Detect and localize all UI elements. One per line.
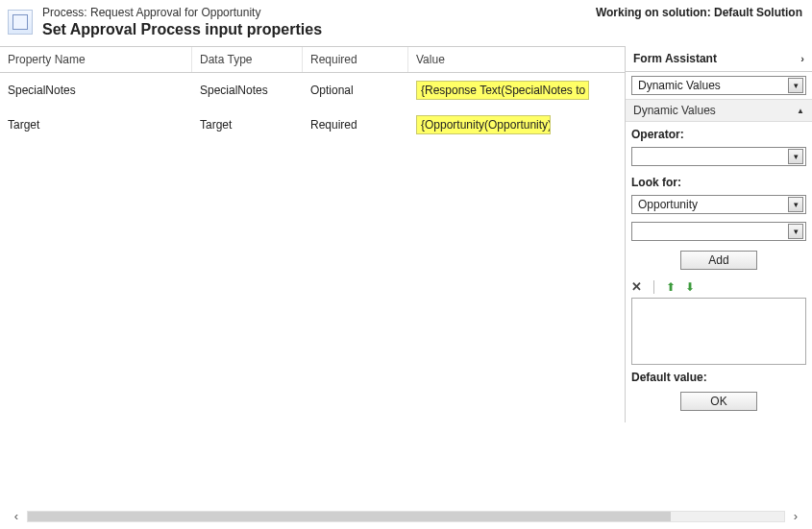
look-for-entity-select[interactable]: Opportunity ▾ xyxy=(631,195,806,214)
add-button[interactable]: Add xyxy=(680,251,757,270)
chevron-down-icon: ▾ xyxy=(788,78,803,93)
form-assistant-title: Form Assistant xyxy=(633,52,717,65)
divider xyxy=(653,280,654,294)
horizontal-scrollbar[interactable]: ‹ › xyxy=(8,509,804,523)
working-on-prefix: Working on solution: xyxy=(596,6,714,19)
process-icon xyxy=(8,10,33,35)
section-title: Dynamic Values xyxy=(633,104,716,117)
select-value: Opportunity xyxy=(638,198,698,211)
row-required: Optional xyxy=(303,80,408,101)
solution-name: Default Solution xyxy=(714,6,802,19)
scroll-track[interactable] xyxy=(27,511,785,522)
form-assistant-header[interactable]: Form Assistant › xyxy=(626,46,812,72)
chevron-down-icon: ▾ xyxy=(788,197,803,212)
value-input[interactable]: {Response Text(SpecialNotes to Manager)} xyxy=(416,81,589,100)
row-value-cell[interactable]: {Response Text(SpecialNotes to Manager)} xyxy=(408,77,625,104)
row-data-type: SpecialNotes xyxy=(192,80,303,101)
operator-select[interactable]: ▾ xyxy=(631,147,806,166)
dynamic-values-list[interactable] xyxy=(631,298,806,365)
scroll-right-button[interactable]: › xyxy=(787,509,804,523)
default-value-label: Default value: xyxy=(626,365,812,386)
dynamic-values-top-select[interactable]: Dynamic Values ▾ xyxy=(631,76,806,95)
grid-header: Property Name Data Type Required Value xyxy=(0,46,625,73)
operator-label: Operator: xyxy=(626,122,812,143)
table-row[interactable]: SpecialNotes SpecialNotes Optional {Resp… xyxy=(0,73,625,108)
value-input[interactable]: {Opportunity(Opportunity)} xyxy=(416,115,551,134)
process-label-prefix: Process: xyxy=(42,6,90,19)
scroll-left-button[interactable]: ‹ xyxy=(8,509,25,523)
row-required: Required xyxy=(303,114,408,135)
col-required[interactable]: Required xyxy=(303,47,408,72)
remove-icon[interactable]: ✕ xyxy=(631,279,642,294)
row-data-type: Target xyxy=(192,114,303,135)
chevron-right-icon: › xyxy=(800,53,804,64)
col-property-name[interactable]: Property Name xyxy=(0,47,192,72)
row-value-cell[interactable]: {Opportunity(Opportunity)} xyxy=(408,111,625,138)
working-on-solution: Working on solution: Default Solution xyxy=(596,6,802,19)
chevron-down-icon: ▾ xyxy=(788,224,803,239)
chevron-down-icon: ▾ xyxy=(788,149,803,164)
select-value: Dynamic Values xyxy=(638,79,721,92)
look-for-label: Look for: xyxy=(626,170,812,191)
col-data-type[interactable]: Data Type xyxy=(192,47,303,72)
scroll-thumb[interactable] xyxy=(28,512,671,521)
row-property-name: Target xyxy=(0,114,192,135)
page-title: Set Approval Process input properties xyxy=(42,21,804,38)
look-for-field-select[interactable]: ▾ xyxy=(631,222,806,241)
ok-button[interactable]: OK xyxy=(680,392,757,411)
dynamic-values-section-header[interactable]: Dynamic Values ▲ xyxy=(626,99,812,122)
move-up-icon[interactable]: ⬆ xyxy=(666,280,676,294)
col-value[interactable]: Value xyxy=(408,47,625,72)
move-down-icon[interactable]: ⬇ xyxy=(685,280,695,294)
collapse-icon: ▲ xyxy=(797,107,804,115)
process-name: Request Approval for Opportunity xyxy=(90,6,260,19)
table-row[interactable]: Target Target Required {Opportunity(Oppo… xyxy=(0,108,625,142)
row-property-name: SpecialNotes xyxy=(0,80,192,101)
